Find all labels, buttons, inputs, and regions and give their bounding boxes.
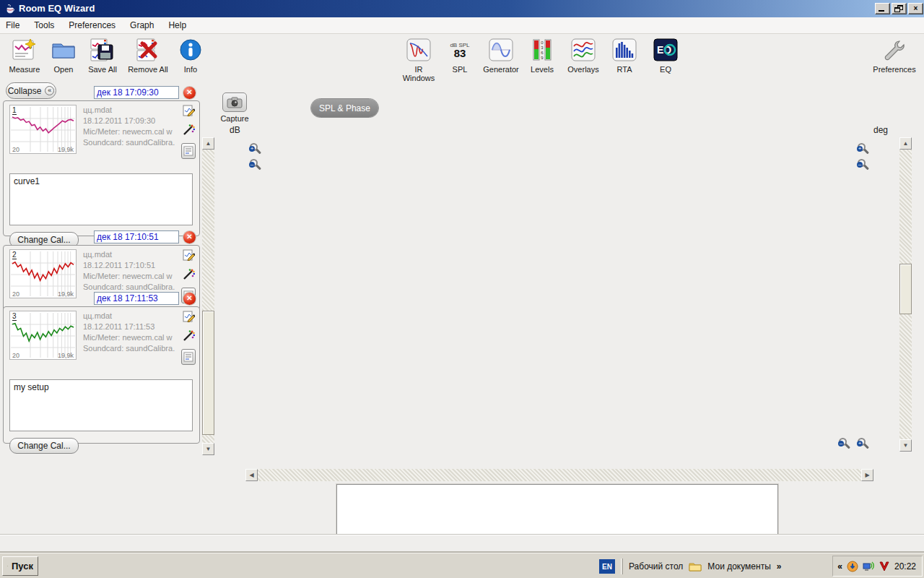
tab-spl-phase[interactable]: SPL & Phase — [311, 99, 378, 117]
toolbar-label: Preferences — [869, 65, 920, 74]
collapse-sidebar-button[interactable]: Collapse « — [6, 82, 56, 99]
notes-button[interactable] — [181, 143, 196, 159]
trace-colour-icon[interactable] — [183, 329, 195, 345]
clock[interactable]: 20:22 — [894, 561, 916, 571]
chart-scroll-right-button[interactable]: ▶ — [861, 469, 873, 481]
generator-icon — [487, 38, 515, 62]
levels-button[interactable]: 0369Levels — [521, 36, 563, 74]
download-master-tray-icon[interactable] — [847, 561, 858, 572]
save-all-button[interactable]: Save All — [84, 36, 121, 74]
rta-button[interactable]: RTA — [603, 36, 645, 74]
measurement-datetime: 18.12.2011 17:09:30 — [83, 116, 177, 126]
notes-button[interactable] — [181, 349, 196, 365]
change-cal-button[interactable]: Change Cal... — [9, 438, 79, 454]
ir-windows-icon — [404, 38, 433, 62]
rta-icon — [611, 38, 637, 62]
chart-hscroll-track[interactable] — [245, 469, 873, 481]
toolbar-label: IR Windows — [398, 65, 440, 82]
menu-file[interactable]: File — [6, 20, 19, 30]
language-indicator[interactable]: EN — [599, 559, 615, 574]
toolbar-label: SPL — [439, 65, 481, 74]
measurement-file: цц.mdat — [83, 311, 177, 322]
chevron-collapse-icon[interactable]: « — [837, 561, 842, 571]
menu-graph[interactable]: Graph — [130, 20, 154, 30]
remove-measurement-button[interactable]: ✕ — [183, 87, 196, 99]
thumb-xmin-label: 20 — [12, 290, 19, 298]
measurement-body: 12019,9kцц.mdat18.12.2011 17:09:30Mic/Me… — [3, 100, 200, 236]
info-button[interactable]: Info — [172, 36, 209, 74]
open-button[interactable]: Open — [45, 36, 82, 74]
edit-graph-icon[interactable] — [183, 249, 195, 264]
chart-canvas[interactable] — [217, 136, 899, 470]
chart-scroll-left-button[interactable]: ◀ — [245, 469, 258, 481]
system-tray: « 20:22 — [832, 556, 923, 577]
measurement-index: 3 — [12, 312, 17, 321]
zoom-out-y-icon[interactable] — [250, 159, 258, 167]
close-button[interactable]: × — [908, 3, 923, 14]
info-icon — [178, 38, 203, 62]
measure-icon — [10, 38, 39, 62]
antivirus-tray-icon[interactable] — [879, 561, 890, 572]
sidebar-scrollbar-thumb[interactable] — [202, 311, 214, 435]
measurement-name-input[interactable] — [94, 86, 179, 99]
measurement-thumbnail-chart[interactable]: 32019,9k — [9, 311, 77, 360]
measurement-datetime: 18.12.2011 17:11:53 — [83, 322, 177, 332]
zoom-out-x-icon[interactable] — [839, 438, 847, 446]
measurement-thumbnail-chart[interactable]: 22019,9k — [9, 249, 77, 298]
remove-all-button[interactable]: Remove All — [124, 36, 172, 74]
measurement-index: 1 — [12, 106, 17, 115]
desktop-toolbar-label[interactable]: Рабочий стол — [629, 561, 683, 571]
measurement-mic-cal: Mic/Meter: newecm.cal w — [83, 271, 177, 282]
measurement-notes-field[interactable]: my setup — [9, 379, 193, 431]
measurement-thumbnail-chart[interactable]: 12019,9k — [9, 105, 77, 154]
chart-scroll-up-button[interactable]: ▲ — [899, 137, 912, 150]
eq-icon: EQ — [653, 38, 679, 62]
menu-tools[interactable]: Tools — [34, 20, 54, 30]
spl-phase-chart[interactable] — [217, 136, 899, 470]
toolbar-label: Measure — [6, 65, 43, 74]
sidebar-scroll-down-button[interactable]: ▼ — [202, 443, 214, 455]
ir-windows-button[interactable]: IR Windows — [398, 36, 440, 82]
toolbar-label: Levels — [521, 65, 563, 74]
start-button[interactable]: Пуск — [2, 556, 38, 576]
eq-button[interactable]: EQEQ — [645, 36, 687, 74]
chart-vscroll-thumb[interactable] — [899, 264, 912, 314]
my-documents-item[interactable]: Мои документы — [707, 561, 770, 571]
menu-help[interactable]: Help — [168, 20, 186, 30]
preferences-button[interactable]: Preferences — [869, 36, 920, 74]
sidebar-scroll-up-button[interactable]: ▲ — [202, 137, 214, 150]
trace-colour-icon[interactable] — [183, 268, 195, 283]
restore-button[interactable] — [892, 3, 907, 14]
measurement-name-input[interactable] — [94, 292, 179, 305]
overlays-button[interactable]: Overlays — [562, 36, 604, 74]
measurement-soundcard-cal: Soundcard: saundCalibra. — [83, 343, 177, 354]
edit-graph-icon[interactable] — [183, 104, 195, 119]
capture-button[interactable] — [222, 92, 247, 112]
title-bar: Room EQ Wizard × — [0, 0, 924, 17]
measurement-notes-field[interactable]: curve1 — [9, 173, 193, 225]
chart-scroll-down-button[interactable]: ▼ — [899, 439, 912, 452]
minimize-button[interactable] — [875, 3, 890, 14]
save-all-icon — [88, 38, 117, 62]
folder-icon — [689, 561, 702, 571]
edit-graph-icon[interactable] — [183, 310, 195, 325]
measurement-name-input[interactable] — [94, 230, 179, 243]
chevron-expand-icon[interactable]: » — [777, 561, 782, 571]
thumb-xmax-label: 19,9k — [58, 290, 74, 298]
graph-tab-bar: SPL & Phase — [310, 98, 379, 118]
generator-button[interactable]: Generator — [480, 36, 522, 74]
remove-measurement-button[interactable]: ✕ — [183, 231, 196, 243]
network-tray-icon[interactable] — [863, 561, 874, 572]
spl-button[interactable]: dB SPL83SPL — [439, 36, 481, 74]
zoom-in-x-icon[interactable] — [858, 438, 866, 446]
measure-button[interactable]: Measure — [6, 36, 43, 74]
measurement-index: 2 — [12, 251, 17, 259]
svg-text:6: 6 — [541, 51, 544, 55]
menu-preferences[interactable]: Preferences — [69, 20, 116, 30]
zoom-in-y-icon[interactable] — [250, 143, 258, 151]
trace-colour-icon[interactable] — [183, 124, 195, 139]
zoom-in-y-right-icon[interactable] — [858, 143, 866, 151]
zoom-out-y-right-icon[interactable] — [858, 159, 866, 167]
window-title: Room EQ Wizard — [19, 3, 95, 14]
remove-measurement-button[interactable]: ✕ — [183, 293, 196, 305]
